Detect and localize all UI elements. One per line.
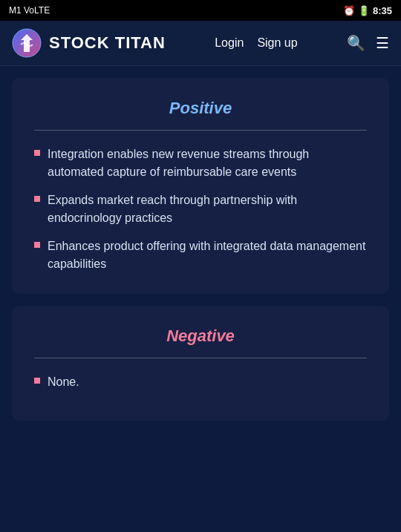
main-content: Positive Integration enables new revenue… <box>0 66 401 433</box>
battery-icon: 🔋 <box>358 5 370 16</box>
time-display: 8:35 <box>373 5 392 16</box>
bullet-icon <box>34 150 40 156</box>
status-left: M1 VoLTE <box>9 5 50 16</box>
positive-list: Integration enables new revenue streams … <box>34 145 367 273</box>
negative-item-1: None. <box>48 373 79 391</box>
logo-text: STOCK TITAN <box>49 33 166 53</box>
positive-item-2: Expands market reach through partnership… <box>48 191 367 227</box>
negative-list: None. <box>34 373 367 391</box>
header: STOCK TITAN Login Sign up 🔍 ☰ <box>0 21 401 66</box>
negative-card: Negative None. <box>12 306 389 421</box>
positive-item-1: Integration enables new revenue streams … <box>48 145 367 181</box>
signup-link[interactable]: Sign up <box>257 36 297 50</box>
negative-divider <box>34 358 367 358</box>
status-right: ⏰ 🔋 8:35 <box>343 5 392 16</box>
list-item: Integration enables new revenue streams … <box>34 145 367 181</box>
login-link[interactable]: Login <box>215 36 244 50</box>
nav-links: Login Sign up <box>215 36 297 50</box>
positive-divider <box>34 130 367 131</box>
search-icon[interactable]: 🔍 <box>347 34 365 52</box>
list-item: None. <box>34 373 367 391</box>
list-item: Expands market reach through partnership… <box>34 191 367 227</box>
positive-title: Positive <box>34 99 367 118</box>
alarm-icon: ⏰ <box>343 5 355 16</box>
bullet-icon <box>34 196 40 202</box>
status-bar: M1 VoLTE ⏰ 🔋 8:35 <box>0 0 401 21</box>
list-item: Enhances product offering with integrate… <box>34 237 367 273</box>
negative-title: Negative <box>34 326 367 346</box>
positive-item-3: Enhances product offering with integrate… <box>48 237 367 273</box>
logo-icon <box>12 28 42 58</box>
carrier-text: M1 VoLTE <box>9 5 50 16</box>
bullet-icon <box>34 378 40 384</box>
menu-icon[interactable]: ☰ <box>376 34 389 52</box>
positive-card: Positive Integration enables new revenue… <box>12 78 389 294</box>
bullet-icon <box>34 242 40 248</box>
nav-icons: 🔍 ☰ <box>347 34 389 52</box>
logo-area: STOCK TITAN <box>12 28 166 58</box>
